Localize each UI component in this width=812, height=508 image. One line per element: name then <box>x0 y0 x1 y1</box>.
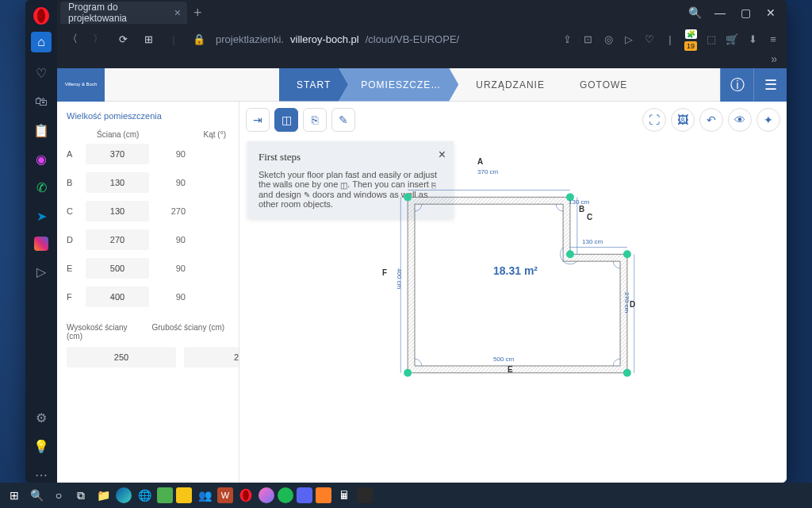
heart-outline-icon[interactable]: ♡ <box>642 33 657 45</box>
wall-d-input[interactable] <box>86 229 149 250</box>
bag-icon[interactable]: 🛍 <box>33 94 49 110</box>
tool-undo-icon[interactable]: ↶ <box>699 108 723 132</box>
svg-point-1 <box>37 9 45 23</box>
step-furnish[interactable]: URZĄDZANIE <box>458 68 562 102</box>
tool-design-icon[interactable]: ✎ <box>331 108 355 132</box>
close-window-button[interactable]: ✕ <box>761 3 780 22</box>
messenger-icon[interactable]: ◉ <box>33 151 49 167</box>
cortana-icon[interactable]: ○ <box>49 486 68 505</box>
canvas-area[interactable]: ⇥ ◫ ⎘ ✎ ⛶ 🖼 ↶ 👁 ✦ × First steps <box>239 102 787 483</box>
wall-row-d: D90 <box>67 229 229 250</box>
wall-e-input[interactable] <box>86 258 149 279</box>
toolbar-overflow[interactable]: » <box>57 52 787 68</box>
task-view-icon[interactable]: ⧉ <box>71 486 90 505</box>
spotify-icon[interactable] <box>278 487 293 503</box>
app-icon-1[interactable] <box>157 487 173 503</box>
download-icon[interactable]: ⬇ <box>745 33 760 45</box>
clipboard-icon[interactable]: 📋 <box>33 122 49 138</box>
heart-icon[interactable]: ♡ <box>33 65 49 81</box>
reload-button[interactable]: ⟳ <box>114 33 132 45</box>
brand-logo[interactable]: Villeroy & Boch <box>57 68 105 102</box>
tab-title: Program do projektowania <box>68 2 168 24</box>
word-icon[interactable]: W <box>217 487 233 503</box>
wall-b-input[interactable] <box>86 172 149 193</box>
tool-visibility-icon[interactable]: 👁 <box>728 108 752 132</box>
messenger-taskbar-icon[interactable] <box>259 487 274 503</box>
tool-insert-icon[interactable]: ⎘ <box>303 108 327 132</box>
forward-button[interactable]: 〉 <box>89 32 106 46</box>
dim-d: 270 cm <box>623 292 630 313</box>
maximize-button[interactable]: ▢ <box>736 3 755 22</box>
step-start[interactable]: START <box>279 68 348 102</box>
wall-row-c: C270 <box>67 201 229 221</box>
url-field[interactable]: projektlazienki.villeroy-boch.pl/cloud/V… <box>216 33 552 45</box>
share-icon[interactable]: ⇪ <box>560 33 574 45</box>
cube-icon[interactable]: ⬚ <box>704 33 718 45</box>
tool-effects-icon[interactable]: ✦ <box>756 108 780 132</box>
tool-snap-icon[interactable]: ⇥ <box>246 108 270 132</box>
address-bar-actions: ⇪ ⊡ ◎ ▷ ♡ | 🧩19 ⬚ 🛒 ⬇ ≡ <box>560 27 780 51</box>
home-icon[interactable]: ⌂ <box>31 32 52 52</box>
browser-tab[interactable]: Program do projektowania × <box>60 2 187 24</box>
browser-main: Program do projektowania × + 🔍 — ▢ ✕ 〈 〉… <box>57 0 787 483</box>
more-icon[interactable]: ⋯ <box>33 467 49 483</box>
tool-walls-icon[interactable]: ◫ <box>274 108 298 132</box>
telegram-icon[interactable]: ➤ <box>33 208 49 224</box>
search-taskbar-icon[interactable]: 🔍 <box>27 486 46 505</box>
svg-point-5 <box>566 250 574 258</box>
settings-icon[interactable]: ⚙ <box>33 410 49 425</box>
extension-badge[interactable]: 🧩19 <box>684 27 698 51</box>
app-icon-2[interactable] <box>176 487 192 503</box>
tooltip-close-icon[interactable]: × <box>439 148 446 162</box>
wall-a-input[interactable] <box>86 144 149 164</box>
tool-fullscreen-icon[interactable]: ⛶ <box>642 108 666 132</box>
wall-thickness-input[interactable] <box>184 347 239 368</box>
address-bar: 〈 〉 ⟳ ⊞ | 🔒 projektlazienki.villeroy-boc… <box>57 25 787 52</box>
explorer-icon[interactable]: 📁 <box>94 486 113 505</box>
start-button[interactable]: ⊞ <box>5 486 24 505</box>
wall-row-f: F90 <box>67 287 229 307</box>
new-tab-button[interactable]: + <box>193 5 202 21</box>
wall-f-input[interactable] <box>86 287 149 307</box>
step-room[interactable]: POMIESZCZE… <box>339 68 458 102</box>
app-icon-3[interactable] <box>316 487 331 503</box>
wall-height-input[interactable] <box>67 347 176 368</box>
info-button[interactable]: ⓘ <box>720 68 753 102</box>
lightbulb-icon[interactable]: 💡 <box>33 438 49 454</box>
search-icon[interactable]: 🔍 <box>685 3 704 22</box>
edge-icon[interactable] <box>116 487 132 503</box>
opera-taskbar-icon[interactable] <box>236 486 255 505</box>
wall-row-e: E90 <box>67 258 229 279</box>
chrome-icon[interactable]: 🌐 <box>135 486 154 505</box>
tab-close-icon[interactable]: × <box>174 6 181 19</box>
easy-setup-icon[interactable]: ≡ <box>766 33 780 45</box>
player-icon[interactable]: ▷ <box>33 264 49 279</box>
back-button[interactable]: 〈 <box>63 32 81 46</box>
url-prefix: projektlazienki. <box>216 33 284 45</box>
wizard-steps: START POMIESZCZE… URZĄDZANIE GOTOWE <box>279 68 645 102</box>
step-done[interactable]: GOTOWE <box>562 68 645 102</box>
minimize-button[interactable]: — <box>710 3 730 22</box>
camera-icon[interactable]: ⊡ <box>580 33 595 45</box>
cart-icon[interactable]: 🛒 <box>725 33 739 45</box>
app-root: Villeroy & Boch START POMIESZCZE… URZĄDZ… <box>57 68 787 483</box>
whatsapp-icon[interactable]: ✆ <box>33 179 49 195</box>
menu-button[interactable]: ☰ <box>753 68 787 102</box>
col-angle-header: Kąt (°) <box>204 130 226 139</box>
send-icon[interactable]: ▷ <box>622 33 636 45</box>
dim-f: 400 cm <box>396 268 403 289</box>
instagram-icon[interactable] <box>34 237 48 251</box>
calculator-icon[interactable]: 🖩 <box>335 486 354 505</box>
dim-e: 500 cm <box>493 356 514 363</box>
design-inline-icon: ✎ <box>304 190 310 199</box>
teams-icon[interactable]: 👥 <box>195 486 214 505</box>
app-icon-4[interactable] <box>357 487 373 503</box>
vpn-icon[interactable]: ◎ <box>601 33 615 45</box>
speed-dial-icon[interactable]: ⊞ <box>140 33 157 45</box>
tool-image-icon[interactable]: 🖼 <box>671 108 695 132</box>
wall-c-input[interactable] <box>86 201 149 221</box>
discord-icon[interactable] <box>297 487 312 503</box>
lock-icon[interactable]: 🔒 <box>190 33 208 45</box>
wall-tag-a: A <box>477 157 483 166</box>
windows-taskbar: ⊞ 🔍 ○ ⧉ 📁 🌐 👥 W 🖩 <box>0 483 812 508</box>
